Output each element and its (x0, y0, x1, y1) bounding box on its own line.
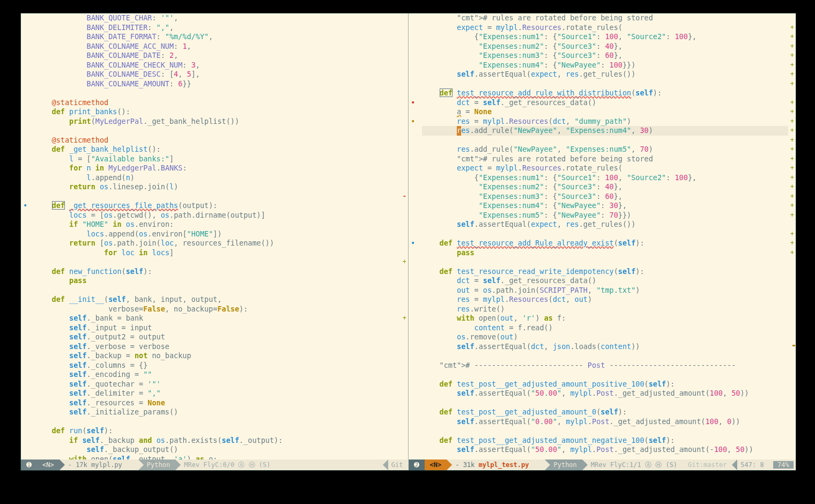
right-right-fringe: + + + + + + + + + + + + + + + + + + + + (788, 13, 796, 459)
buffer-name: mylpl.py (91, 461, 122, 469)
buffer-size: - 17k (68, 461, 87, 469)
major-mode: Python (545, 459, 582, 470)
editor-frame: • BANK_QUOTE_CHAR: '"', BANK_DELIMITER: … (20, 13, 796, 471)
diff-added-icon: + (790, 192, 794, 202)
diff-added-icon: + (790, 51, 794, 61)
sep (128, 459, 138, 470)
diff-added-icon: + (790, 23, 794, 33)
left-fringe: • (21, 13, 34, 459)
percent: 74% (773, 461, 794, 469)
diff-added-icon: + (790, 173, 794, 183)
diff-added-icon: + (790, 126, 794, 136)
line-col: 547: 8 (740, 461, 764, 469)
fringe-dot-icon: • (23, 201, 27, 211)
diff-added-icon: + (790, 136, 794, 145)
right-fringe: • • • (409, 13, 422, 459)
sep (534, 459, 545, 470)
major-mode: Python (138, 459, 175, 470)
right-pane[interactable]: • • • "cmt"># rules are rotated before b… (409, 13, 796, 459)
vc-label: Git (391, 461, 403, 469)
fringe-dot-icon: • (411, 239, 415, 248)
position-pct: 547: 8 74% (732, 459, 796, 470)
diff-added-icon: + (790, 61, 794, 70)
window-number: ➊ (21, 459, 37, 470)
fringe-warn-icon: • (411, 117, 415, 127)
left-code-area[interactable]: BANK_QUOTE_CHAR: '"', BANK_DELIMITER: ",… (34, 13, 401, 459)
left-right-fringe: - + + (401, 13, 408, 459)
minor-modes: MRev FlyC:1/1 Ⓐ Ⓗ (S) (582, 459, 683, 470)
diff-added-icon: + (790, 211, 794, 220)
diff-added-icon: + (790, 107, 794, 117)
diff-added-icon: + (790, 145, 794, 154)
left-pane[interactable]: • BANK_QUOTE_CHAR: '"', BANK_DELIMITER: … (21, 13, 409, 459)
buffer-info: - 17k mylpl.py (60, 459, 128, 470)
diff-added-icon: + (790, 164, 794, 173)
diff-added-icon: + (790, 154, 794, 164)
minor-modes: MRev FlyC:0/0 Ⓐ Ⓗ (S) (175, 459, 276, 470)
diff-added-icon: + (790, 201, 794, 211)
scrollbar-mark (792, 345, 795, 346)
diff-added-icon: + (790, 239, 794, 248)
buffer-size: - 31k (455, 461, 475, 469)
right-modeline[interactable]: ➋ <N> - 31k mylpl_test.py Python MRev Fl… (409, 459, 796, 470)
diff-added-icon: + (790, 182, 794, 192)
split-panes: • BANK_QUOTE_CHAR: '"', BANK_DELIMITER: … (21, 13, 796, 459)
diff-removed-icon: - (403, 192, 406, 202)
vc-segment: Git (383, 459, 409, 470)
window-number: ➋ (409, 459, 425, 470)
diff-added-icon: + (790, 42, 794, 51)
diff-added-icon: + (790, 98, 794, 108)
diff-added-icon: + (790, 117, 794, 127)
left-modeline[interactable]: ➊ <N> - 17k mylpl.py Python MRev FlyC:0/… (21, 459, 409, 470)
buffer-name: mylpl_test.py (479, 461, 529, 469)
buffer-info: - 31k mylpl_test.py (447, 459, 534, 470)
diff-added-icon: + (403, 314, 406, 323)
vc-segment: Git:master (683, 459, 732, 470)
evil-state: <N> (37, 459, 60, 470)
diff-added-icon: + (790, 248, 794, 258)
modeline-row: ➊ <N> - 17k mylpl.py Python MRev FlyC:0/… (21, 459, 796, 470)
fringe-error-icon: • (411, 98, 415, 108)
diff-added-icon: + (790, 32, 794, 42)
right-code-area[interactable]: "cmt"># rules are rotated before being s… (422, 13, 788, 459)
diff-added-icon: + (403, 257, 406, 267)
diff-added-icon: + (790, 70, 794, 79)
diff-added-icon: + (790, 79, 794, 89)
evil-state: <N> (425, 459, 447, 470)
diff-added-icon: + (790, 229, 794, 239)
